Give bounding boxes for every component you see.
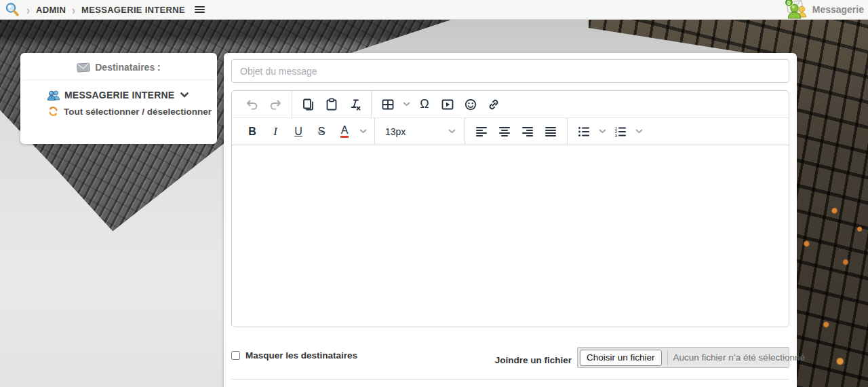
- link-button[interactable]: [482, 93, 505, 116]
- undo-button[interactable]: [241, 93, 264, 116]
- hide-recipients-checkbox[interactable]: [231, 351, 240, 360]
- editor-toolbar-row2: B I U S A 13px: [232, 118, 789, 145]
- rich-text-editor: Ω B I U S A: [231, 90, 789, 327]
- special-character-button[interactable]: Ω: [413, 93, 436, 116]
- group-people-icon: [47, 90, 60, 100]
- breadcrumb-separator: ›: [72, 3, 75, 16]
- editor-toolbar-row1: Ω: [232, 91, 789, 118]
- align-left-button[interactable]: [470, 120, 493, 143]
- refresh-arrows-icon: [47, 106, 59, 117]
- bullet-list-chevron[interactable]: [595, 120, 609, 143]
- file-status-text: Aucun fichier n’a été sélectionné: [667, 350, 805, 366]
- text-color-chevron[interactable]: [356, 120, 370, 143]
- editor-content-area[interactable]: [232, 145, 789, 327]
- align-center-button[interactable]: [493, 120, 516, 143]
- compose-panel: Ω B I U S A: [224, 53, 797, 387]
- choose-file-button[interactable]: Choisir un fichier: [580, 350, 662, 366]
- recipients-title: Destinataires :: [95, 62, 160, 73]
- bullet-list-button[interactable]: [572, 120, 595, 143]
- paste-button[interactable]: [320, 93, 343, 116]
- table-menu-chevron[interactable]: [399, 93, 413, 116]
- topbar-right: 0 Messagerie: [785, 0, 864, 19]
- numbered-list-chevron[interactable]: [632, 120, 646, 143]
- recipients-divider: [23, 79, 214, 80]
- attach-file-label: Joindre un fichier: [495, 355, 572, 365]
- envelope-icon: [77, 62, 90, 73]
- font-size-value: 13px: [385, 126, 406, 137]
- svg-text:3: 3: [615, 133, 617, 136]
- messagerie-label: Messagerie: [812, 4, 864, 15]
- align-right-button[interactable]: [516, 120, 539, 143]
- media-button[interactable]: [436, 93, 459, 116]
- footer-divider: [231, 379, 789, 380]
- copy-button[interactable]: [297, 93, 320, 116]
- search-icon[interactable]: [4, 1, 20, 18]
- recipients-group-label: MESSAGERIE INTERNE: [64, 90, 174, 100]
- table-button[interactable]: [376, 93, 399, 116]
- align-justify-button[interactable]: [539, 120, 562, 143]
- recipients-title-row: Destinataires :: [20, 62, 217, 73]
- underline-button[interactable]: U: [287, 120, 310, 143]
- numbered-list-button[interactable]: 123: [609, 120, 632, 143]
- breadcrumb-separator: ›: [26, 3, 30, 16]
- chevron-down-icon: [180, 92, 189, 98]
- select-all-toggle[interactable]: Tout sélectionner / déselectionner: [47, 106, 217, 117]
- messagerie-contacts-icon[interactable]: 0: [785, 0, 810, 19]
- topbar: › ADMIN › MESSAGERIE INTERNE 0 Messageri…: [0, 0, 868, 20]
- breadcrumb-messagerie-interne[interactable]: MESSAGERIE INTERNE: [81, 5, 185, 15]
- recipients-group-toggle[interactable]: MESSAGERIE INTERNE: [47, 90, 217, 100]
- subject-input[interactable]: [231, 59, 789, 83]
- compose-footer: Masquer les destinataires Joindre un fic…: [231, 347, 789, 368]
- font-size-select[interactable]: 13px: [380, 120, 460, 143]
- redo-button[interactable]: [264, 93, 287, 116]
- select-all-label: Tout sélectionner / déselectionner: [64, 107, 212, 117]
- breadcrumb-admin[interactable]: ADMIN: [36, 5, 66, 15]
- menu-icon[interactable]: [195, 6, 205, 14]
- strikethrough-button[interactable]: S: [310, 120, 333, 143]
- recipients-panel: Destinataires : MESSAGERIE INTERNE: [20, 53, 217, 144]
- bold-button[interactable]: B: [241, 120, 264, 143]
- italic-button[interactable]: I: [264, 120, 287, 143]
- text-color-button[interactable]: A: [333, 120, 356, 143]
- emoji-button[interactable]: [459, 93, 482, 116]
- hide-recipients-label[interactable]: Masquer les destinataires: [245, 350, 357, 361]
- file-input[interactable]: Choisir un fichier Aucun fichier n’a été…: [577, 347, 789, 368]
- clear-formatting-button[interactable]: [343, 93, 366, 116]
